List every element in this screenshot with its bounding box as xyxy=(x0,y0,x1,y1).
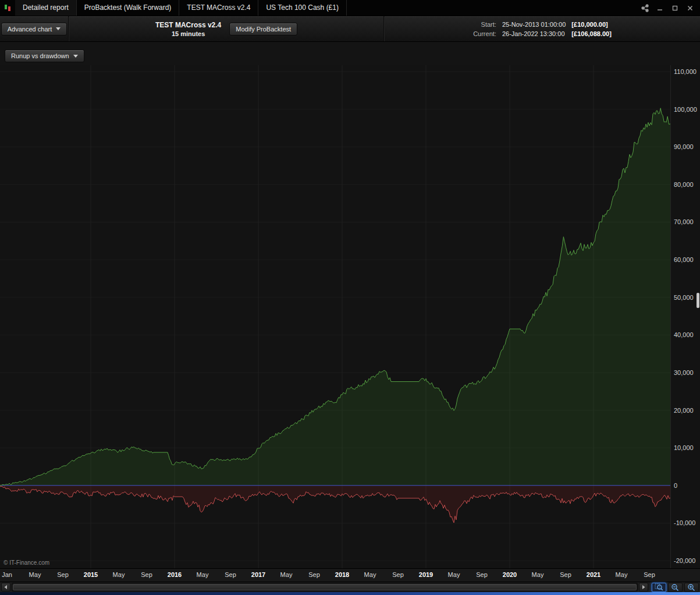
current-label: Current: xyxy=(473,30,496,37)
backtest-summary: Start: 25-Nov-2013 01:00:00 [£10,000.00]… xyxy=(473,21,612,37)
start-datetime: 25-Nov-2013 01:00:00 xyxy=(502,21,566,28)
x-axis-label: May xyxy=(113,571,125,578)
share-icon[interactable] xyxy=(638,2,651,14)
scroll-left-icon[interactable] xyxy=(1,583,10,592)
app-icon xyxy=(0,0,15,16)
x-axis-label: May xyxy=(616,571,628,578)
x-axis-label: May xyxy=(29,571,41,578)
titlebar-spacer xyxy=(347,0,638,16)
chevron-down-icon xyxy=(73,55,78,58)
current-amount: [£106,088.00] xyxy=(571,30,612,37)
x-axis-label: Sep xyxy=(308,571,320,578)
strategy-timeframe: 15 minutes xyxy=(155,30,221,37)
x-axis-label: Jan xyxy=(2,571,12,578)
advanced-chart-label: Advanced chart xyxy=(8,26,52,33)
strategy-info: TEST MACross v2.4 15 minutes xyxy=(155,21,221,37)
titlebar: Detailed report ProBacktest (Walk Forwar… xyxy=(0,0,700,16)
y-axis-label: 20,000 xyxy=(674,407,694,414)
y-axis-label: -20,000 xyxy=(674,557,695,564)
toolbar-left-section: Advanced chart xyxy=(0,16,68,41)
x-axis-label: May xyxy=(532,571,544,578)
equity-curve-canvas[interactable] xyxy=(0,65,670,568)
x-axis-label: 2017 xyxy=(251,571,265,578)
tab-probacktest-walk-forward[interactable]: ProBacktest (Walk Forward) xyxy=(77,0,180,16)
x-axis-label: 2019 xyxy=(419,571,433,578)
y-axis-label: 10,000 xyxy=(674,444,694,451)
x-axis-label: Sep xyxy=(392,571,404,578)
vertical-scrollbar-thumb[interactable] xyxy=(697,293,699,308)
tab-instrument[interactable]: US Tech 100 Cash (£1) xyxy=(258,0,347,16)
x-axis-label: May xyxy=(197,571,209,578)
zoom-selection-icon[interactable] xyxy=(652,583,666,592)
copyright-label: © IT-Finance.com xyxy=(3,559,49,566)
x-axis-label: May xyxy=(280,571,293,578)
toolbar-right-section: Start: 25-Nov-2013 01:00:00 [£10,000.00]… xyxy=(385,16,700,41)
x-axis-label: Sep xyxy=(644,571,655,578)
chevron-down-icon xyxy=(56,27,61,30)
bottom-accent-strip xyxy=(0,592,700,595)
modify-probacktest-button[interactable]: Modify ProBacktest xyxy=(229,23,297,36)
horizontal-scrollbar-thumb[interactable] xyxy=(13,584,637,590)
chart-type-dropdown[interactable]: Runup vs drawdown xyxy=(5,49,84,62)
toolbar: Advanced chart TEST MACross v2.4 15 minu… xyxy=(0,16,700,42)
minimize-icon[interactable] xyxy=(653,2,666,14)
start-amount: [£10,000.00] xyxy=(571,21,612,28)
tab-strategy[interactable]: TEST MACross v2.4 xyxy=(179,0,258,16)
maximize-icon[interactable] xyxy=(669,2,681,14)
chart-selector-row: Runup vs drawdown xyxy=(0,42,700,65)
y-axis-label: 50,000 xyxy=(674,294,694,301)
advanced-chart-button[interactable]: Advanced chart xyxy=(1,23,67,36)
zoom-in-icon[interactable] xyxy=(684,583,699,592)
x-axis-label: 2020 xyxy=(503,571,517,578)
current-datetime: 26-Jan-2022 13:30:00 xyxy=(502,30,566,37)
zoom-out-icon[interactable] xyxy=(668,583,683,592)
horizontal-scrollbar-track[interactable] xyxy=(12,583,638,592)
y-axis-label: 0 xyxy=(674,482,677,489)
y-axis-label: 110,000 xyxy=(674,68,697,75)
x-axis-label: Sep xyxy=(225,571,236,578)
start-label: Start: xyxy=(473,21,496,28)
strategy-name: TEST MACross v2.4 xyxy=(155,21,221,29)
y-axis-label: -10,000 xyxy=(674,519,695,526)
y-axis-label: 70,000 xyxy=(674,218,694,225)
app-window: Detailed report ProBacktest (Walk Forwar… xyxy=(0,0,700,595)
chart-type-label: Runup vs drawdown xyxy=(11,52,69,59)
modify-probacktest-label: Modify ProBacktest xyxy=(236,26,291,33)
x-axis-label: 2021 xyxy=(587,571,600,578)
x-axis: JanMaySep2015MaySep2016MaySep2017MaySep2… xyxy=(0,568,700,582)
x-axis-label: May xyxy=(448,571,460,578)
x-axis-label: Sep xyxy=(560,571,571,578)
x-axis-label: Sep xyxy=(141,571,152,578)
y-axis-label: 60,000 xyxy=(674,256,694,263)
y-axis-label: 90,000 xyxy=(674,143,694,150)
y-axis-label: 30,000 xyxy=(674,369,694,376)
y-axis-label: 40,000 xyxy=(674,331,694,338)
x-axis-label: May xyxy=(364,571,376,578)
toolbar-center-section: TEST MACross v2.4 15 minutes Modify ProB… xyxy=(69,16,383,41)
x-axis-label: 2015 xyxy=(84,571,98,578)
x-axis-label: Sep xyxy=(57,571,69,578)
y-axis-label: 80,000 xyxy=(674,181,694,188)
horizontal-scrollbar-row xyxy=(0,582,700,592)
zoom-controls xyxy=(652,583,699,592)
window-controls xyxy=(638,0,700,16)
tab-detailed-report[interactable]: Detailed report xyxy=(15,0,77,16)
chart-plot[interactable]: © IT-Finance.com xyxy=(0,65,670,568)
x-axis-label: 2018 xyxy=(335,571,349,578)
scroll-right-icon[interactable] xyxy=(639,583,648,592)
close-icon[interactable] xyxy=(684,2,697,14)
x-axis-label: 2016 xyxy=(168,571,182,578)
chart-area: © IT-Finance.com 110,000100,00090,00080,… xyxy=(0,65,700,568)
y-axis-label: 100,000 xyxy=(674,106,697,113)
x-axis-label: Sep xyxy=(476,571,488,578)
y-axis: 110,000100,00090,00080,00070,00060,00050… xyxy=(670,65,700,568)
